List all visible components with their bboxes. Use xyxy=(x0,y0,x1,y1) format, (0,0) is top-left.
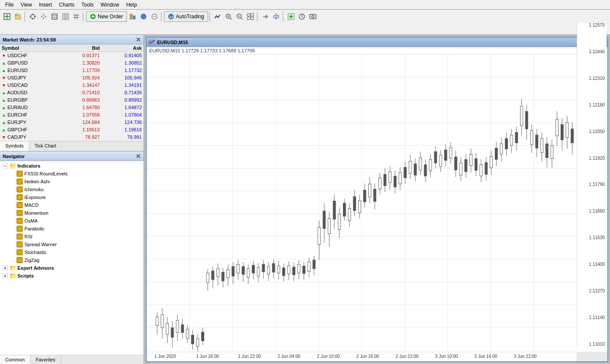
btn-period-sep[interactable] xyxy=(60,11,71,22)
market-watch-row[interactable]: ▼ USDCAD1.341471.34191 xyxy=(0,82,144,89)
svg-rect-96 xyxy=(181,325,184,333)
nav-indicator-item[interactable]: fSpread.Warner xyxy=(1,240,143,248)
svg-rect-134 xyxy=(278,266,280,273)
chart-close-btn[interactable]: ✕ xyxy=(598,39,606,46)
market-watch-ask: 1.17732 xyxy=(102,67,144,74)
btn-screenshot[interactable] xyxy=(308,11,318,22)
nav-tab-common[interactable]: Common xyxy=(0,355,31,364)
nav-indicator-item[interactable]: fHeiken Ashi xyxy=(1,178,143,185)
market-watch-scroll[interactable]: Symbol Bid Ask ▼ USDCHF0.913710.91405▲ G… xyxy=(0,45,144,141)
svg-rect-244 xyxy=(556,119,559,136)
scripts-label: Scripts xyxy=(17,273,34,278)
indicator-icon: f xyxy=(17,210,23,216)
svg-rect-128 xyxy=(262,264,265,272)
nav-indicator-item[interactable]: fMomentum xyxy=(1,209,143,217)
nav-indicator-item[interactable]: fiExposure xyxy=(1,193,143,201)
toolbar-row-1: New Order AT AutoTrading xyxy=(2,10,608,23)
svg-rect-208 xyxy=(465,159,467,172)
market-watch-row[interactable]: ▼ USDJPY105.924105.945 xyxy=(0,74,144,82)
new-order-button[interactable]: New Order xyxy=(86,11,127,22)
expand-icon: + xyxy=(3,273,8,278)
market-watch-table: Symbol Bid Ask ▼ USDCHF0.913710.91405▲ G… xyxy=(0,45,144,141)
nav-tab-favorites[interactable]: Favorites xyxy=(31,355,61,364)
menu-window[interactable]: Window xyxy=(97,1,123,9)
btn-grid[interactable] xyxy=(71,11,82,22)
btn-t3[interactable] xyxy=(149,11,160,22)
nav-indicators-parent[interactable]: −📁Indicators xyxy=(1,162,143,170)
svg-rect-232 xyxy=(525,111,528,129)
nav-indicator-item[interactable]: fIchimoku xyxy=(1,185,143,193)
arrow-up-icon: ▲ xyxy=(2,68,6,73)
nav-scripts-parent[interactable]: +📁Scripts xyxy=(1,272,143,280)
svg-rect-152 xyxy=(323,211,326,229)
market-watch-row[interactable]: ▲ EURUSD1.177091.17732 xyxy=(0,67,144,74)
tab-tick-chart[interactable]: Tick Chart xyxy=(29,141,62,151)
market-watch-row[interactable]: ▼ CADJPY78.92778.991 xyxy=(0,134,144,141)
market-watch-row[interactable]: ▲ EURCHF1.075581.07604 xyxy=(0,111,144,119)
navigator-content[interactable]: −📁IndicatorsfFXSSI.RoundLevelsfHeiken As… xyxy=(0,161,144,355)
btn-t1[interactable] xyxy=(127,11,138,22)
menu-view[interactable]: View xyxy=(17,1,35,9)
navigator-close[interactable]: ✕ xyxy=(136,153,141,160)
nav-indicator-item[interactable]: fStochastic xyxy=(1,248,143,256)
menu-file[interactable]: File xyxy=(2,1,17,9)
nav-indicator-item[interactable]: fMACD xyxy=(1,201,143,209)
market-watch-row[interactable]: ▲ AUDUSD0.714100.71435 xyxy=(0,89,144,96)
tab-symbols[interactable]: Symbols xyxy=(0,141,29,151)
btn-crosshair[interactable] xyxy=(27,11,38,22)
market-watch-symbol: ▼ USDCAD xyxy=(0,82,59,89)
svg-rect-88 xyxy=(161,315,164,328)
btn-add[interactable] xyxy=(286,11,296,22)
svg-rect-222 xyxy=(500,144,503,154)
btn-t2[interactable] xyxy=(138,11,149,22)
market-watch-row[interactable]: ▲ GBPUSD1.308201.30852 xyxy=(0,59,144,67)
market-watch-row[interactable]: ▲ EURAUD1.647801.64872 xyxy=(0,104,144,111)
btn-move[interactable] xyxy=(38,11,49,22)
indicator-name: iExposure xyxy=(24,195,46,200)
nav-expert-advisors-parent[interactable]: +📁Expert Advisors xyxy=(1,264,143,272)
chart-minimize-btn[interactable]: ─ xyxy=(580,39,588,46)
market-watch-ask: 0.71435 xyxy=(102,89,144,96)
indicator-name: ZigZag xyxy=(24,258,39,263)
autotrading-button[interactable]: AT AutoTrading xyxy=(164,11,208,22)
btn-clock[interactable] xyxy=(297,11,307,22)
navigator: Navigator ✕ −📁IndicatorsfFXSSI.RoundLeve… xyxy=(0,151,144,364)
chart-body[interactable] xyxy=(147,55,607,352)
market-watch-row[interactable]: ▲ GBPCHF1.195121.19616 xyxy=(0,126,144,134)
time-label-7: 3 Jun 10:00 xyxy=(432,354,461,359)
time-label-1: 1 Jun 16:00 xyxy=(193,354,223,359)
menu-tools[interactable]: Tools xyxy=(78,1,97,9)
nav-indicator-item[interactable]: fOsMA xyxy=(1,217,143,225)
btn-right[interactable] xyxy=(260,11,271,22)
svg-rect-100 xyxy=(191,335,194,344)
svg-rect-172 xyxy=(374,189,376,201)
btn-indicators[interactable] xyxy=(212,11,223,22)
btn-zoom-out[interactable] xyxy=(234,11,245,22)
menu-insert[interactable]: Insert xyxy=(35,1,55,9)
market-watch-row[interactable]: ▲ EURJPY124.684124.736 xyxy=(0,119,144,126)
open-btn[interactable] xyxy=(13,11,23,22)
btn-scroll[interactable] xyxy=(271,11,281,22)
market-watch-symbol: ▲ GBPCHF xyxy=(0,126,59,134)
col-ask: Ask xyxy=(102,45,144,52)
btn-zoom-in[interactable] xyxy=(223,11,234,22)
indicator-icon: f xyxy=(17,186,23,192)
btn-tile[interactable] xyxy=(245,11,256,22)
btn-zoom[interactable] xyxy=(49,11,60,22)
market-watch-bid: 0.91371 xyxy=(59,52,101,59)
market-watch-close[interactable]: ✕ xyxy=(136,36,141,43)
menu-charts[interactable]: Charts xyxy=(55,1,78,9)
nav-indicator-item[interactable]: fParabolic xyxy=(1,225,143,233)
market-watch-row[interactable]: ▼ USDCHF0.913710.91405 xyxy=(0,52,144,59)
svg-rect-158 xyxy=(338,214,341,230)
time-label-0: 1 Jun 2020 xyxy=(151,354,180,359)
menu-help[interactable]: Help xyxy=(123,1,141,9)
nav-indicator-item[interactable]: fZigZag xyxy=(1,256,143,264)
new-chart-btn[interactable] xyxy=(2,11,12,22)
chart-maximize-btn[interactable]: □ xyxy=(589,39,597,46)
market-watch-row[interactable]: ▲ EURGBP0.899630.89992 xyxy=(0,96,144,104)
nav-indicator-item[interactable]: fRSI xyxy=(1,233,143,240)
svg-rect-13 xyxy=(62,14,65,20)
nav-indicator-item[interactable]: fFXSSI.RoundLevels xyxy=(1,170,143,178)
chart-icon xyxy=(148,39,155,46)
